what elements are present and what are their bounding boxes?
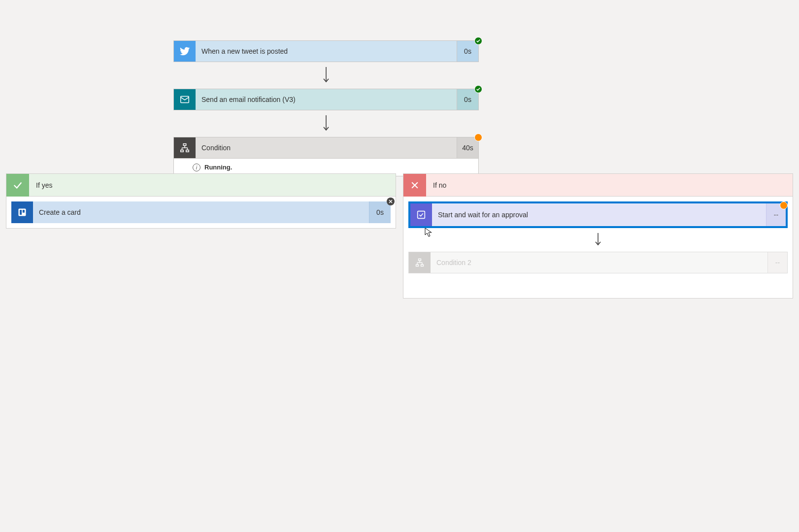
twitter-icon	[174, 41, 196, 62]
mail-icon	[174, 89, 196, 110]
status-running-icon	[780, 201, 788, 209]
svg-rect-17	[418, 211, 425, 219]
approval-icon	[410, 203, 432, 226]
status-success-icon	[474, 85, 482, 93]
branch-title: If no	[426, 181, 446, 189]
svg-rect-10	[19, 209, 26, 216]
branch-if-yes: If yes Create a card 0s	[6, 173, 396, 229]
step-duration: 0s	[457, 89, 478, 110]
condition-branch-icon	[409, 252, 431, 273]
svg-rect-21	[421, 265, 424, 266]
flow-step-email-notification[interactable]: Send an email notification (V3) 0s	[173, 89, 479, 110]
svg-rect-20	[416, 265, 419, 266]
step-label: Create a card	[33, 201, 369, 223]
branch-header-yes[interactable]: If yes	[6, 174, 396, 197]
branch-title: If yes	[29, 181, 52, 189]
svg-rect-3	[183, 144, 186, 146]
arrow-down-icon	[173, 62, 479, 89]
step-duration: 40s	[457, 137, 478, 158]
svg-rect-19	[419, 259, 421, 261]
svg-rect-12	[23, 210, 25, 213]
running-text: Running.	[204, 164, 232, 171]
flow-step-twitter-trigger[interactable]: When a new tweet is posted 0s	[173, 40, 479, 62]
status-success-icon	[474, 37, 482, 45]
svg-rect-1	[181, 97, 189, 103]
close-icon[interactable]	[387, 198, 395, 205]
flow-step-trello-create-card[interactable]: Create a card 0s	[11, 201, 391, 223]
trello-icon	[11, 201, 33, 223]
arrow-down-icon	[173, 110, 479, 137]
arrow-down-icon	[408, 231, 788, 249]
step-duration: 0s	[457, 41, 478, 62]
step-label: Start and wait for an approval	[432, 203, 766, 226]
svg-rect-4	[181, 150, 184, 152]
step-duration: --	[767, 252, 787, 273]
step-label: When a new tweet is posted	[196, 41, 457, 62]
step-label: Condition 2	[431, 252, 767, 273]
check-icon	[6, 174, 29, 197]
step-label: Send an email notification (V3)	[196, 89, 457, 110]
svg-rect-11	[20, 210, 22, 215]
flow-step-condition-2[interactable]: Condition 2 --	[408, 252, 788, 273]
flow-main-column: When a new tweet is posted 0s Send an em…	[173, 40, 479, 176]
svg-rect-5	[186, 150, 189, 152]
condition-branches: If yes Create a card 0s If no	[6, 173, 793, 299]
step-label: Condition	[196, 137, 457, 158]
status-running-icon	[474, 133, 482, 141]
condition-branch-icon	[174, 137, 196, 158]
flow-step-condition[interactable]: Condition 40s	[173, 137, 479, 159]
step-duration: 0s	[369, 201, 391, 223]
branch-body: Create a card 0s	[6, 197, 396, 228]
close-icon	[403, 174, 426, 197]
branch-header-no[interactable]: If no	[403, 174, 793, 197]
branch-body: Start and wait for an approval --	[403, 197, 793, 278]
branch-if-no: If no Start and wait for an approval --	[403, 173, 793, 299]
info-icon: i	[193, 164, 200, 171]
flow-step-start-wait-approval[interactable]: Start and wait for an approval --	[408, 201, 788, 228]
